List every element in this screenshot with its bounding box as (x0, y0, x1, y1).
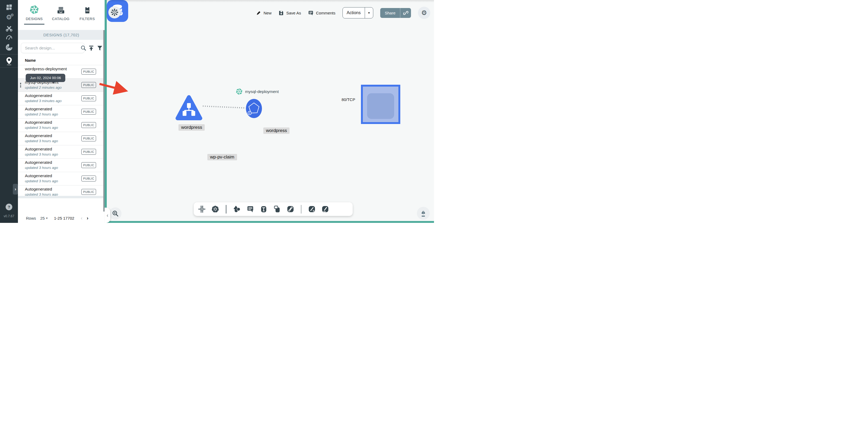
visibility-badge: PUBLIC (81, 162, 96, 168)
design-list-row[interactable]: Autogenerated updated 3 hours ago PUBLIC (18, 118, 103, 132)
design-updated-text: updated 3 hours ago (25, 139, 58, 143)
name-column-header: Name (25, 58, 36, 63)
pencil-icon (256, 10, 261, 15)
extensions-icon[interactable] (5, 43, 13, 51)
design-updated-text: updated 3 hours ago (25, 126, 58, 130)
visibility-badge: PUBLIC (81, 82, 96, 88)
search-design-field[interactable] (21, 43, 85, 53)
tab-designs[interactable]: DESIGNS (22, 4, 46, 21)
design-name: Autogenerated (25, 120, 52, 125)
design-canvas[interactable]: New Save As Comments (107, 0, 434, 221)
annotate-pen-button[interactable] (417, 207, 430, 220)
component-tool-icon[interactable] (198, 205, 206, 213)
new-design-button[interactable]: New (256, 10, 272, 15)
chevron-down-icon: ▾ (46, 216, 48, 220)
mysql-deployment-design-node[interactable]: mysql-deployment (236, 88, 279, 95)
copy-link-icon[interactable] (400, 8, 411, 18)
catalog-archive-icon (49, 4, 73, 14)
comments-button[interactable]: Comments (308, 10, 336, 16)
design-list-row[interactable]: Autogenerated updated 3 hours ago PUBLIC (18, 145, 103, 159)
search-input[interactable] (21, 46, 81, 50)
canvas-toolbar: New Save As Comments (256, 6, 430, 19)
design-list-row[interactable]: Autogenerated updated 2 hours ago PUBLIC (18, 105, 103, 118)
expand-sidebar-button[interactable]: › (13, 184, 18, 195)
visibility-badge: PUBLIC (81, 189, 96, 195)
next-page-button[interactable]: › (87, 215, 88, 221)
designs-list: wordpress-deployment PUBLIC mysql-deploy… (18, 65, 103, 199)
visibility-badge: PUBLIC (81, 95, 96, 101)
design-list-row[interactable]: Autogenerated updated 3 minutes ago PUBL… (18, 92, 103, 105)
settings-gear-button[interactable]: ⚙ (418, 7, 430, 19)
upload-design-icon[interactable] (88, 45, 94, 51)
configuration-tools-icon[interactable] (5, 25, 12, 32)
actions-dropdown-caret[interactable]: ▼ (365, 7, 373, 18)
shapes-tool-icon[interactable] (233, 205, 241, 213)
design-updated-text: updated 3 hours ago (25, 166, 58, 170)
service-edge-layer (201, 94, 268, 126)
panel-canvas-divider (104, 0, 107, 223)
comment-tool-icon[interactable] (246, 205, 254, 213)
page-size-select[interactable]: 25 ▾ (40, 216, 48, 220)
comment-icon (308, 10, 314, 16)
canvas-bottom-border (107, 221, 434, 223)
pen-tool-icon[interactable] (308, 205, 316, 213)
tab-filters[interactable]: WA FILTERS (75, 4, 99, 21)
row-kebab-menu-icon[interactable] (20, 83, 21, 88)
dock-divider (226, 205, 226, 213)
container-inner-region (367, 93, 394, 119)
design-name: Autogenerated (25, 147, 52, 151)
updated-date-tooltip: Jun 02, 2024 00:06 (26, 74, 65, 82)
filter-funnel-icon[interactable] (97, 45, 103, 51)
tab-catalog[interactable]: CATALOG (49, 4, 73, 21)
visibility-badge: PUBLIC (81, 122, 96, 128)
dashboard-icon[interactable] (6, 4, 12, 11)
help-button[interactable]: ? (6, 204, 12, 210)
svg-text:WA: WA (86, 10, 89, 12)
save-as-button[interactable]: Save As (279, 10, 301, 15)
pencil-tool-icon[interactable] (321, 205, 329, 213)
list-end-band (18, 196, 103, 198)
search-icon[interactable] (81, 45, 86, 51)
left-nav-rail: ⚙ ⚙ (0, 0, 18, 223)
save-icon (279, 10, 284, 15)
kanvas-pin-icon[interactable] (5, 57, 13, 66)
meshery-design-icon (22, 4, 46, 14)
design-name: Autogenerated (25, 160, 52, 165)
design-list-row[interactable]: Autogenerated updated 3 hours ago PUBLIC (18, 159, 103, 172)
design-updated-text: updated 3 hours ago (25, 152, 58, 156)
application-window: ⚙ ⚙ (0, 0, 434, 223)
pen-nib-icon (419, 209, 427, 217)
pagination-range: 1-25 17702 (54, 216, 74, 220)
zoom-in-button[interactable] (109, 207, 122, 220)
lifecycle-gears-icon[interactable]: ⚙ ⚙ (6, 14, 12, 21)
design-name: Autogenerated (25, 133, 52, 138)
service-node[interactable] (246, 99, 262, 118)
pvc-node-label: wp-pv-claim (207, 154, 237, 160)
text-tool-icon[interactable] (260, 205, 268, 213)
design-updated-text: updated 2 minutes ago (25, 85, 62, 90)
port-edge-label: 80/TCP (339, 97, 358, 102)
share-split-button[interactable]: Share (380, 8, 411, 18)
design-updated-text: updated 2 hours ago (25, 112, 58, 116)
design-list-row[interactable]: Autogenerated updated 3 hours ago PUBLIC (18, 172, 103, 185)
collapse-panel-button[interactable]: ‹ (104, 208, 110, 223)
cluster-visibility-button[interactable] (108, 6, 121, 19)
performance-speedometer-icon[interactable] (5, 34, 12, 40)
panel-scrollbar[interactable] (103, 30, 104, 212)
rows-label: Rows (26, 216, 36, 220)
visibility-badge: PUBLIC (81, 136, 96, 141)
kubernetes-tool-icon[interactable] (211, 205, 219, 213)
design-name: Autogenerated (25, 173, 52, 178)
deployment-triangle-node[interactable] (175, 94, 203, 121)
previous-page-button[interactable]: ‹ (81, 215, 83, 221)
actions-split-button[interactable]: Actions ▼ (342, 7, 373, 19)
edge-tool-icon[interactable] (286, 205, 294, 213)
wordpress-container-node[interactable] (361, 85, 400, 124)
design-list-row[interactable]: Autogenerated updated 3 hours ago PUBLIC (18, 132, 103, 145)
deployment-node-label: wordpress (179, 124, 205, 131)
rectangle-tool-icon[interactable] (273, 205, 281, 213)
wasm-filter-icon: WA (75, 4, 99, 14)
design-name: Autogenerated (25, 107, 52, 111)
port-edge[interactable] (203, 106, 246, 108)
version-label: v0.7.67 (0, 214, 18, 218)
